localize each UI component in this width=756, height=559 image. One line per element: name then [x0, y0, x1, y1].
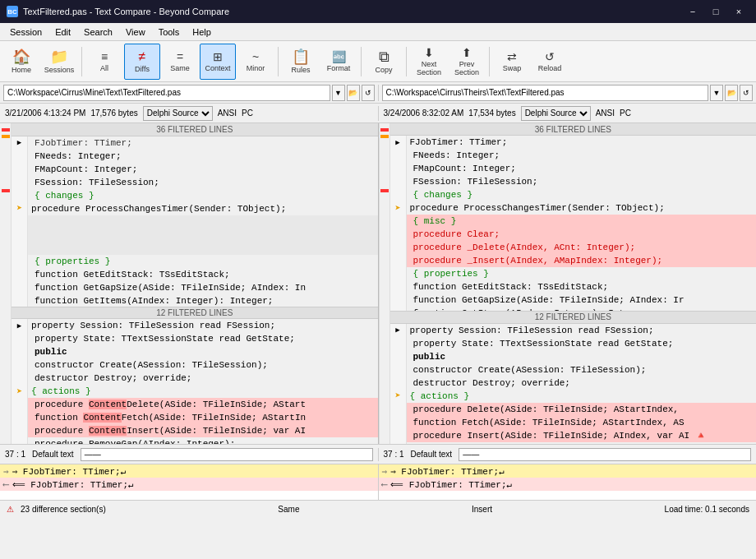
menu-edit[interactable]: Edit: [48, 25, 77, 39]
code-row: FSession: TFileSession;: [12, 176, 378, 189]
separator-4: [406, 47, 407, 76]
format-icon: 🔤: [332, 51, 346, 62]
separator-5: [489, 47, 490, 76]
all-button[interactable]: ≡ All: [86, 44, 122, 80]
code-row: ▶ FJobTimer: TTimer;: [12, 136, 378, 150]
code-text: function GetEditStack: TSsEditStack;: [28, 270, 230, 280]
left-size: 17,576 bytes: [90, 109, 137, 118]
left-path-dropdown[interactable]: ▼: [332, 85, 345, 101]
code-text: FJobTimer: TTimer;: [28, 138, 132, 148]
insert-status: Insert: [472, 505, 492, 514]
code-row: function GetEditStack: TSsEditStack;: [390, 280, 757, 293]
preview-right-line2: ⟵ ⟸ FJobTimer: TTimer;↵: [379, 478, 757, 491]
code-row: FNeeds: Integer;: [12, 150, 378, 163]
code-text: procedure Delete(ASide: TFileInSide; ASt…: [407, 404, 679, 414]
expand-btn[interactable]: ▶: [17, 321, 21, 330]
code-row: { properties }: [390, 267, 757, 280]
modified-row: function ContentFetch(ASide: TFileInSide…: [12, 411, 378, 424]
minimize-button[interactable]: −: [682, 3, 703, 20]
right-path-dropdown[interactable]: ▼: [710, 85, 723, 101]
code-row: ➤ procedure ProcessChangesTimer(Sender: …: [12, 202, 378, 215]
menu-tools[interactable]: Tools: [152, 25, 187, 39]
left-filtered-header-2: 12 FILTERED LINES: [12, 307, 378, 320]
context-button[interactable]: ⊞ Context: [200, 44, 236, 80]
code-text: destructor Destroy; override;: [28, 373, 191, 383]
menu-help[interactable]: Help: [186, 25, 218, 39]
deleted-row: [12, 215, 378, 229]
next-section-button[interactable]: ⬇ Next Section: [411, 44, 447, 80]
left-browse-button[interactable]: 📂: [347, 85, 360, 101]
left-date: 3/21/2006 4:13:24 PM: [5, 109, 85, 118]
preview-right-line1: ⇒ ⇒ FJobTimer: TTimer;↵: [379, 464, 757, 478]
modified-row: procedure ContentInsert(ASide: TFileInSi…: [12, 424, 378, 437]
left-refresh-button[interactable]: ↺: [362, 85, 375, 101]
toolbar: 🏠 Home 📁 Sessions ≡ All ≠ Diffs = Same ⊞…: [0, 41, 756, 82]
menu-search[interactable]: Search: [77, 25, 119, 39]
right-line-ending: PC: [620, 109, 631, 118]
code-row: { changes }: [12, 189, 378, 202]
code-row: FNeeds: Integer;: [390, 149, 757, 162]
arrow-marker: ➤: [394, 202, 400, 215]
window-title: TextFiltered.pas - Text Compare - Beyond…: [23, 7, 229, 16]
minor-button[interactable]: ~ Minor: [237, 44, 274, 80]
home-icon: 🏠: [12, 49, 30, 64]
code-text: function ContentFetch(ASide: TFileInSide…: [28, 413, 306, 423]
swap-button[interactable]: ⇄ Swap: [494, 44, 530, 80]
code-text: FMapCount: Integer;: [28, 164, 137, 174]
left-nav-marker-2: [2, 135, 10, 138]
code-text: { properties }: [407, 269, 489, 279]
same-button[interactable]: = Same: [162, 44, 198, 80]
right-browse-button[interactable]: 📂: [725, 85, 738, 101]
diffs-button[interactable]: ≠ Diffs: [124, 44, 160, 80]
menu-view[interactable]: View: [119, 25, 152, 39]
code-text: function GetGapSize(ASide: TFileInSide; …: [407, 295, 685, 305]
modified-row: procedure Delete(ASide: TFileInSide; ASt…: [390, 403, 757, 416]
code-row: { properties }: [12, 255, 378, 268]
right-refresh-button[interactable]: ↺: [740, 85, 753, 101]
title-bar: BC TextFiltered.pas - Text Compare - Bey…: [0, 0, 756, 23]
code-text: procedure Insert(ASide: TFileInSide; AIn…: [407, 430, 707, 441]
prev-section-button[interactable]: ⬆ Prev Section: [449, 44, 485, 80]
code-text: FSession: TFileSession;: [407, 177, 538, 187]
code-text: function GetGapSize(ASide: TFileInSide; …: [28, 283, 306, 293]
code-row: property State: TTextSessionState read G…: [12, 332, 378, 345]
right-line-col: 37 : 1: [384, 450, 404, 459]
code-text: procedure _Delete(AIndex, ACnt: Integer)…: [407, 243, 636, 252]
maximize-button[interactable]: □: [705, 3, 726, 20]
sessions-button[interactable]: 📁 Sessions: [41, 44, 77, 80]
separator-3: [361, 47, 362, 76]
preview-left-line1: ⇒ ⇒ FJobTimer: TTimer;↵: [0, 464, 378, 478]
code-row: destructor Destroy; override;: [390, 377, 757, 390]
close-button[interactable]: ×: [728, 3, 749, 20]
code-text: property State: TTextSessionState read G…: [28, 334, 295, 344]
code-text: property Session: TFileSession read FSes…: [28, 321, 275, 330]
code-text: destructor Destroy; override;: [407, 378, 570, 388]
right-path-input[interactable]: [382, 85, 709, 101]
right-source-select[interactable]: Delphi Source: [521, 106, 591, 121]
expand-btn-1[interactable]: ▶: [12, 136, 28, 150]
left-path-input[interactable]: [3, 85, 330, 101]
minor-icon: ~: [252, 51, 259, 62]
code-text: function GetItems(AIndex: Integer): Inte…: [28, 296, 273, 306]
diff-icon: ⚠: [7, 505, 14, 514]
same-status: Same: [278, 505, 299, 514]
code-text: public: [28, 347, 67, 357]
reload-button[interactable]: ↺ Reload: [532, 44, 568, 80]
code-text: { changes }: [407, 190, 473, 200]
home-button[interactable]: 🏠 Home: [3, 44, 39, 80]
code-text: constructor Create(ASession: TFileSessio…: [407, 365, 647, 375]
expand-btn[interactable]: ▶: [395, 326, 399, 335]
left-source-select[interactable]: Delphi Source: [143, 106, 213, 121]
left-filtered-header-1: 36 FILTERED LINES: [12, 123, 378, 136]
arrow-marker: ➤: [16, 202, 22, 215]
code-text: procedure ProcessChangesTimer(Sender: TO…: [28, 204, 286, 214]
format-button[interactable]: 🔤 Format: [320, 44, 357, 80]
rules-button[interactable]: 📋 Rules: [283, 44, 319, 80]
copy-button[interactable]: ⧉ Copy: [366, 44, 402, 80]
code-text: FJobTimer: TTimer;: [407, 137, 508, 147]
code-row: constructor Create(ASession: TFileSessio…: [390, 363, 757, 377]
expand-btn[interactable]: ▶: [395, 138, 399, 147]
code-row: ▶ property Session: TFileSession read FS…: [390, 324, 757, 337]
swap-icon: ⇄: [507, 51, 517, 62]
menu-session[interactable]: Session: [3, 25, 48, 39]
